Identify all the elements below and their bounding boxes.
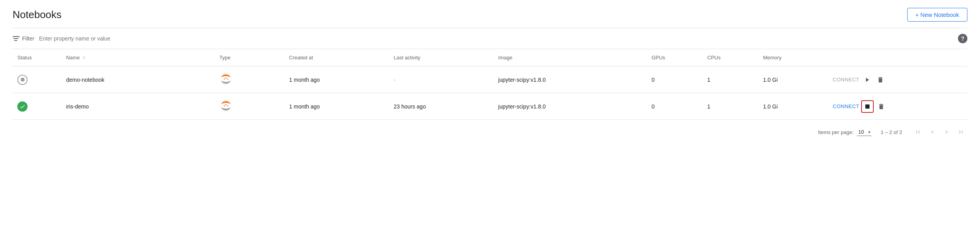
items-per-page: Items per page: 5 10 25 50 — [818, 128, 871, 136]
activity-cell: - — [389, 66, 494, 93]
table-header-row: Status Name ↑ Type Created at Last activ… — [13, 49, 967, 66]
items-per-page-select-wrap[interactable]: 5 10 25 50 — [857, 128, 871, 136]
image-cell: jupyter-scipy:v1.8.0 — [494, 66, 647, 93]
col-header-actions — [828, 49, 967, 66]
page-title: Notebooks — [13, 9, 61, 21]
filter-input[interactable] — [39, 35, 953, 42]
svg-rect-8 — [865, 104, 869, 108]
filter-icon — [13, 36, 20, 41]
col-header-created: Created at — [285, 49, 389, 66]
col-header-memory: Memory — [758, 49, 828, 66]
delete-button[interactable] — [875, 74, 886, 86]
next-page-button[interactable] — [940, 126, 953, 138]
table-row: iris-demo 1 month ago 23 hours ago jupyt… — [13, 93, 967, 120]
status-cell — [13, 93, 61, 120]
filter-label: Filter — [13, 35, 34, 42]
col-header-cpus: CPUs — [703, 49, 758, 66]
items-per-page-label: Items per page: — [818, 129, 853, 135]
status-running-icon — [17, 101, 28, 112]
svg-point-5 — [224, 105, 225, 107]
name-cell: iris-demo — [61, 93, 215, 120]
activity-dash: - — [394, 77, 396, 83]
actions-cell: CONNECT — [828, 93, 967, 120]
col-header-type: Type — [215, 49, 285, 66]
activity-value: 23 hours ago — [394, 103, 426, 110]
col-header-activity: Last activity — [389, 49, 494, 66]
status-cell — [13, 66, 61, 93]
first-page-button[interactable] — [912, 126, 925, 138]
activity-cell: 23 hours ago — [389, 93, 494, 120]
svg-point-7 — [227, 105, 228, 107]
table-row: demo-notebook 1 month ago - jupyter-scip… — [13, 66, 967, 93]
col-header-name[interactable]: Name ↑ — [61, 49, 215, 66]
sort-arrow-name: ↑ — [83, 55, 85, 61]
created-cell: 1 month ago — [285, 93, 389, 120]
gpus-cell: 0 — [647, 66, 703, 93]
svg-point-1 — [224, 79, 225, 80]
notebooks-table: Status Name ↑ Type Created at Last activ… — [13, 49, 967, 120]
type-cell — [215, 66, 285, 93]
memory-cell: 1.0 Gi — [758, 93, 828, 120]
svg-point-6 — [225, 104, 226, 105]
new-notebook-button[interactable]: + New Notebook — [907, 8, 967, 22]
pagination-info: 1 – 2 of 2 — [881, 129, 902, 135]
gpus-cell: 0 — [647, 93, 703, 120]
svg-point-2 — [225, 77, 226, 79]
cpus-cell: 1 — [703, 93, 758, 120]
connect-button[interactable]: CONNECT — [833, 103, 860, 109]
filter-text: Filter — [22, 35, 34, 42]
last-page-button[interactable] — [954, 126, 967, 138]
stop-button[interactable] — [861, 100, 874, 113]
pagination-buttons — [912, 126, 967, 138]
cpus-cell: 1 — [703, 66, 758, 93]
prev-page-button[interactable] — [926, 126, 939, 138]
connect-button-disabled: CONNECT — [833, 77, 860, 83]
created-cell: 1 month ago — [285, 66, 389, 93]
svg-point-3 — [227, 79, 228, 80]
items-per-page-select[interactable]: 5 10 25 50 — [857, 128, 871, 136]
delete-button[interactable] — [875, 101, 887, 112]
col-header-image: Image — [494, 49, 647, 66]
image-cell: jupyter-scipy:v1.8.0 — [494, 93, 647, 120]
table-footer: Items per page: 5 10 25 50 1 – 2 of 2 — [13, 120, 967, 144]
status-stopped-icon — [17, 75, 28, 85]
page-header: Notebooks + New Notebook — [13, 0, 967, 28]
type-cell — [215, 93, 285, 120]
actions-cell: CONNECT — [828, 66, 967, 93]
col-header-gpus: GPUs — [647, 49, 703, 66]
stop-button[interactable] — [861, 74, 873, 86]
name-cell: demo-notebook — [61, 66, 215, 93]
memory-cell: 1.0 Gi — [758, 66, 828, 93]
help-icon[interactable]: ? — [958, 34, 967, 43]
filter-bar: Filter ? — [13, 28, 967, 49]
col-header-status: Status — [13, 49, 61, 66]
